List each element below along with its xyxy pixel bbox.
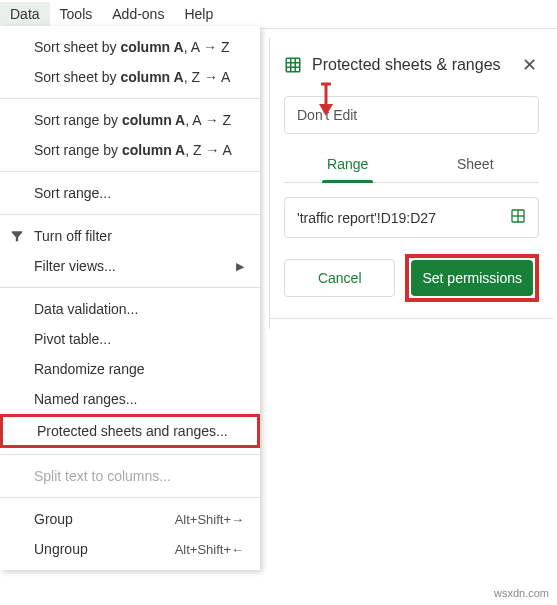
menu-sort-range-asc[interactable]: Sort range by column A, A → Z	[0, 105, 260, 135]
filter-icon	[8, 227, 26, 245]
menu-sort-sheet-desc[interactable]: Sort sheet by column A, Z → A	[0, 62, 260, 92]
menu-divider	[0, 171, 260, 172]
cancel-button[interactable]: Cancel	[284, 259, 395, 297]
range-input[interactable]: 'traffic report'!D19:D27	[284, 197, 539, 238]
menu-protected-sheets-ranges[interactable]: Protected sheets and ranges...	[0, 414, 260, 448]
shortcut-label: Alt+Shift+←	[175, 542, 244, 557]
menu-sort-range-dialog[interactable]: Sort range...	[0, 178, 260, 208]
menu-named-ranges[interactable]: Named ranges...	[0, 384, 260, 414]
watermark: wsxdn.com	[494, 587, 549, 599]
menubar-tools[interactable]: Tools	[50, 2, 103, 26]
panel-divider	[270, 318, 553, 319]
svg-rect-0	[286, 58, 300, 72]
menu-filter-views[interactable]: Filter views... ▶	[0, 251, 260, 281]
select-range-icon[interactable]	[510, 208, 526, 227]
menu-turn-off-filter[interactable]: Turn off filter	[0, 221, 260, 251]
arrow-annotation	[316, 82, 336, 119]
menubar: Data Tools Add-ons Help	[0, 0, 557, 29]
menu-sort-sheet-asc[interactable]: Sort sheet by column A, A → Z	[0, 32, 260, 62]
menu-divider	[0, 98, 260, 99]
sheets-grid-icon	[284, 56, 302, 74]
data-dropdown: Sort sheet by column A, A → Z Sort sheet…	[0, 26, 260, 570]
chevron-right-icon: ▶	[236, 260, 244, 273]
range-value: 'traffic report'!D19:D27	[297, 210, 436, 226]
menu-randomize-range[interactable]: Randomize range	[0, 354, 260, 384]
menu-group[interactable]: Group Alt+Shift+→	[0, 504, 260, 534]
tab-range[interactable]: Range	[284, 146, 412, 182]
panel-buttons: Cancel Set permissions	[284, 254, 539, 302]
protected-ranges-panel: Protected sheets & ranges ✕ Don't Edit R…	[269, 38, 553, 329]
menu-data-validation[interactable]: Data validation...	[0, 294, 260, 324]
shortcut-label: Alt+Shift+→	[175, 512, 244, 527]
menu-divider	[0, 214, 260, 215]
menubar-help[interactable]: Help	[174, 2, 223, 26]
menu-ungroup[interactable]: Ungroup Alt+Shift+←	[0, 534, 260, 564]
menu-sort-range-desc[interactable]: Sort range by column A, Z → A	[0, 135, 260, 165]
close-icon[interactable]: ✕	[519, 54, 539, 76]
panel-header: Protected sheets & ranges ✕	[270, 48, 553, 90]
menubar-data[interactable]: Data	[0, 2, 50, 26]
svg-marker-9	[319, 104, 333, 116]
highlight-annotation: Set permissions	[405, 254, 539, 302]
menu-divider	[0, 287, 260, 288]
panel-tabs: Range Sheet	[284, 146, 539, 183]
tab-sheet[interactable]: Sheet	[412, 146, 540, 182]
menu-divider	[0, 454, 260, 455]
menu-pivot-table[interactable]: Pivot table...	[0, 324, 260, 354]
menu-divider	[0, 497, 260, 498]
menu-split-text: Split text to columns...	[0, 461, 260, 491]
menubar-addons[interactable]: Add-ons	[102, 2, 174, 26]
set-permissions-button[interactable]: Set permissions	[411, 260, 533, 296]
panel-title: Protected sheets & ranges	[312, 56, 509, 74]
